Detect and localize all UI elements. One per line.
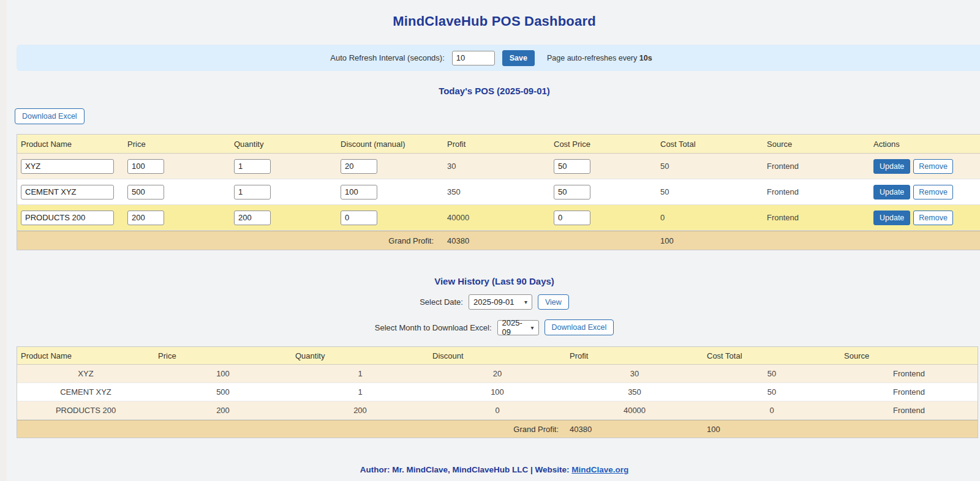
table-row: XYZ1001203050Frontend	[17, 365, 978, 383]
column-header: Quantity	[292, 351, 429, 360]
product-name-input[interactable]	[21, 159, 114, 174]
discount-input[interactable]	[341, 185, 377, 199]
grand-cost-total-value: 100	[703, 425, 840, 434]
update-button[interactable]: Update	[873, 185, 910, 199]
grand-profit-label: Grand Profit:	[429, 425, 566, 434]
price-cell: 500	[154, 387, 292, 397]
quantity-input[interactable]	[234, 159, 271, 174]
table-row: 35050FrontendUpdateRemove	[17, 179, 980, 205]
price-input[interactable]	[127, 159, 164, 174]
table-row: 3050FrontendUpdateRemove	[17, 154, 980, 179]
cost-total-cell: 50	[657, 187, 763, 196]
quantity-cell: 1	[292, 387, 429, 397]
profit-cell: 30	[566, 369, 703, 378]
cost-total-cell: 50	[657, 162, 763, 171]
page-title: MindClaveHub POS Dashboard	[17, 13, 972, 29]
table-row: CEMENT XYZ500110035050Frontend	[17, 383, 978, 401]
column-header: Source	[840, 351, 978, 360]
actions-cell: UpdateRemove	[870, 211, 976, 225]
source-cell: Frontend	[763, 213, 870, 222]
quantity-input[interactable]	[234, 185, 271, 199]
table-row: PRODUCTS 2002002000400000Frontend	[17, 401, 978, 420]
column-header: Quantity	[230, 140, 337, 149]
auto-refresh-interval-input[interactable]	[452, 51, 495, 65]
todays-pos-table: Product NamePriceQuantityDiscount (manua…	[17, 134, 980, 250]
history-table: Product NamePriceQuantityDiscountProfitC…	[17, 346, 978, 438]
auto-refresh-label: Auto Refresh Interval (seconds):	[330, 53, 444, 62]
chevron-down-icon: ▾	[531, 324, 534, 331]
todays-pos-heading: Today's POS (2025-09-01)	[17, 86, 972, 96]
product-cell: CEMENT XYZ	[17, 387, 154, 397]
price-input[interactable]	[127, 211, 164, 225]
column-header: Actions	[870, 140, 976, 149]
update-button[interactable]: Update	[873, 211, 910, 225]
source-cell: Frontend	[763, 187, 870, 196]
quantity-cell: 200	[292, 406, 429, 415]
cost-total-cell: 0	[657, 213, 763, 222]
product-name-input[interactable]	[21, 185, 114, 199]
column-header: Profit	[443, 140, 550, 149]
column-header: Cost Price	[550, 140, 657, 149]
column-header: Price	[154, 351, 292, 360]
download-excel-month-button[interactable]: Download Excel	[545, 319, 614, 335]
chevron-down-icon: ▾	[524, 299, 527, 305]
pos-dashboard-page: MindClaveHub POS Dashboard Auto Refresh …	[17, 0, 980, 474]
auto-refresh-note: Page auto-refreshes every 10s	[547, 54, 652, 62]
history-table-body: XYZ1001203050FrontendCEMENT XYZ500110035…	[17, 365, 978, 420]
view-history-heading: View History (Last 90 Days)	[17, 276, 972, 286]
history-month-controls: Select Month to Download Excel: 2025-09 …	[17, 319, 972, 335]
profit-cell: 40000	[443, 213, 550, 222]
auto-refresh-note-value: 10s	[639, 54, 652, 62]
actions-cell: UpdateRemove	[870, 185, 976, 199]
profit-cell: 30	[443, 162, 550, 171]
auto-refresh-bar: Auto Refresh Interval (seconds): Save Pa…	[17, 45, 980, 71]
price-cell: 200	[154, 406, 292, 415]
grand-profit-value: 40380	[566, 425, 703, 434]
date-select-value: 2025-09-01	[473, 297, 514, 307]
cost-total-cell: 0	[703, 406, 840, 415]
month-select[interactable]: 2025-09 ▾	[497, 320, 539, 335]
discount-input[interactable]	[341, 211, 377, 225]
column-header: Discount (manual)	[337, 140, 443, 149]
save-button[interactable]: Save	[502, 50, 535, 66]
view-button[interactable]: View	[538, 294, 569, 310]
grand-profit-label: Grand Profit:	[337, 236, 443, 245]
todays-pos-table-body: 3050FrontendUpdateRemove35050FrontendUpd…	[17, 154, 980, 231]
website-link[interactable]: MindClave.org	[571, 465, 628, 474]
source-cell: Frontend	[840, 387, 978, 397]
footer-text: Author: Mr. MindClave, MindClaveHub LLC …	[360, 465, 572, 474]
price-cell: 100	[154, 369, 292, 378]
price-input[interactable]	[127, 185, 164, 199]
discount-input[interactable]	[341, 159, 377, 174]
todays-pos-table-header: Product NamePriceQuantityDiscount (manua…	[17, 135, 980, 154]
cost-price-input[interactable]	[554, 211, 590, 225]
update-button[interactable]: Update	[873, 159, 910, 174]
quantity-input[interactable]	[234, 211, 271, 225]
column-header: Product Name	[17, 140, 124, 149]
todays-grand-profit-row: Grand Profit: 40380 100	[17, 231, 980, 250]
download-excel-today-button[interactable]: Download Excel	[15, 108, 85, 124]
cost-total-cell: 50	[703, 387, 840, 397]
column-header: Source	[763, 140, 870, 149]
remove-button[interactable]: Remove	[913, 159, 953, 174]
source-cell: Frontend	[763, 162, 870, 171]
remove-button[interactable]: Remove	[913, 185, 953, 199]
cost-price-input[interactable]	[554, 185, 590, 199]
remove-button[interactable]: Remove	[913, 211, 953, 225]
profit-cell: 350	[443, 187, 550, 196]
product-name-input[interactable]	[21, 211, 114, 225]
product-cell: PRODUCTS 200	[17, 406, 154, 415]
history-grand-profit-row: Grand Profit: 40380 100	[17, 420, 978, 438]
column-header: Cost Total	[657, 140, 763, 149]
quantity-cell: 1	[292, 369, 429, 378]
profit-cell: 40000	[566, 406, 703, 415]
date-select[interactable]: 2025-09-01 ▾	[469, 294, 532, 310]
auto-refresh-note-text: Page auto-refreshes every	[547, 54, 639, 62]
window-left-gutter	[0, 0, 7, 481]
footer: Author: Mr. MindClave, MindClaveHub LLC …	[17, 465, 972, 474]
cost-price-input[interactable]	[554, 159, 590, 174]
source-cell: Frontend	[840, 406, 978, 415]
discount-cell: 20	[429, 369, 566, 378]
grand-cost-total-value: 100	[657, 236, 763, 245]
select-date-label: Select Date:	[420, 297, 463, 307]
